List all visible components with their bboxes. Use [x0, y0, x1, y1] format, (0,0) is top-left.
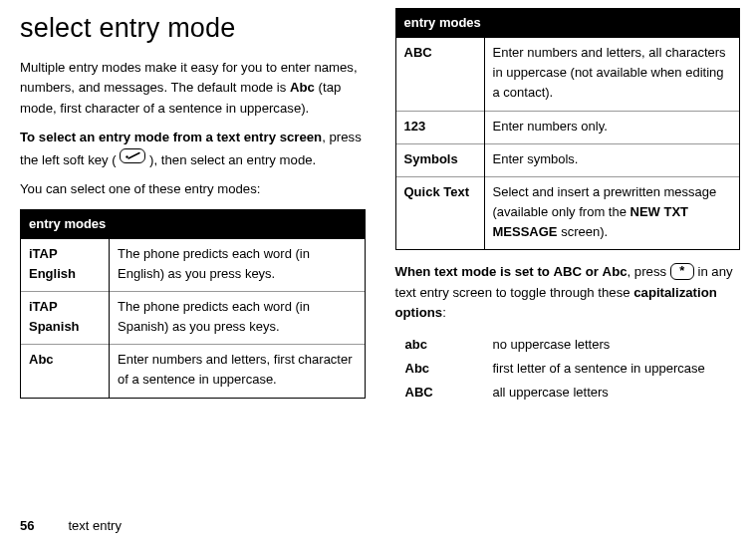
cap-name: abc	[395, 333, 485, 357]
table-header-row: entry modes	[21, 209, 366, 238]
mode-name: ABC	[395, 38, 484, 111]
mode-desc: Select and insert a prewritten message (…	[484, 176, 740, 249]
mode-name: Symbols	[395, 143, 484, 176]
text: , press	[628, 264, 670, 279]
table-row: iTAP Spanish The phone predicts each wor…	[21, 291, 366, 344]
text: When text mode is set to	[395, 264, 554, 279]
mode-desc: The phone predicts each word (in English…	[110, 238, 366, 291]
text: or	[582, 264, 603, 279]
svg-point-0	[126, 155, 128, 157]
mode-abc-upper: ABC	[554, 264, 583, 279]
mode-desc: The phone predicts each word (in Spanish…	[110, 291, 366, 344]
table-row: Abc Enter numbers and letters, first cha…	[21, 345, 366, 398]
table-header: entry modes	[395, 9, 740, 38]
star-key-icon: *	[670, 263, 694, 280]
cap-desc: first letter of a sentence in uppercase	[485, 357, 741, 381]
right-column: entry modes ABC Enter numbers and letter…	[395, 8, 741, 405]
table-row: iTAP English The phone predicts each wor…	[21, 238, 366, 291]
cap-name: ABC	[395, 381, 485, 405]
page-footer: 56text entry	[20, 516, 122, 536]
table-row: ABC Enter numbers and letters, all chara…	[395, 38, 740, 111]
svg-line-1	[128, 152, 139, 158]
cap-desc: all uppercase letters	[485, 381, 741, 405]
entry-modes-table-right: entry modes ABC Enter numbers and letter…	[395, 8, 741, 250]
mode-name: iTAP English	[21, 238, 110, 291]
mode-desc: Enter numbers only.	[484, 111, 740, 143]
page-title: select entry mode	[20, 8, 366, 50]
mode-abc-mixed: Abc	[603, 264, 628, 279]
table-row: Quick Text Select and insert a prewritte…	[395, 176, 740, 249]
mode-name: Quick Text	[395, 176, 484, 249]
mode-desc: Enter numbers and letters, first charact…	[110, 345, 366, 398]
left-soft-key-icon	[120, 148, 145, 163]
table-row: Symbols Enter symbols.	[395, 143, 740, 176]
howto-lead: To select an entry mode from a text entr…	[20, 130, 322, 144]
mode-desc: Enter numbers and letters, all character…	[484, 38, 740, 111]
table-row: abc no uppercase letters	[395, 333, 741, 357]
text: screen).	[558, 224, 609, 239]
intro-paragraph: Multiple entry modes make it easy for yo…	[20, 58, 366, 119]
table-row: 123 Enter numbers only.	[395, 111, 740, 143]
left-column: select entry mode Multiple entry modes m…	[20, 8, 366, 405]
cap-desc: no uppercase letters	[485, 333, 741, 357]
text: :	[442, 305, 446, 320]
entry-modes-table-left: entry modes iTAP English The phone predi…	[20, 209, 366, 399]
mode-name: 123	[395, 111, 484, 143]
page-number: 56	[20, 518, 34, 533]
table-header: entry modes	[21, 209, 366, 238]
mode-name: iTAP Spanish	[21, 291, 110, 344]
modes-intro: You can select one of these entry modes:	[20, 179, 366, 199]
text: ), then select an entry mode.	[145, 152, 316, 167]
table-row: ABC all uppercase letters	[395, 381, 741, 405]
mode-abc-label: Abc	[290, 80, 315, 95]
capitalization-paragraph: When text mode is set to ABC or Abc, pre…	[395, 262, 741, 323]
howto-paragraph: To select an entry mode from a text entr…	[20, 128, 366, 170]
mode-name: Abc	[21, 345, 110, 398]
mode-desc: Enter symbols.	[484, 143, 740, 176]
footer-section: text entry	[68, 518, 121, 533]
two-column-layout: select entry mode Multiple entry modes m…	[20, 8, 740, 405]
page: select entry mode Multiple entry modes m…	[0, 0, 756, 548]
capitalization-table: abc no uppercase letters Abc first lette…	[395, 333, 741, 405]
table-header-row: entry modes	[395, 9, 740, 38]
cap-name: Abc	[395, 357, 485, 381]
table-row: Abc first letter of a sentence in upperc…	[395, 357, 741, 381]
